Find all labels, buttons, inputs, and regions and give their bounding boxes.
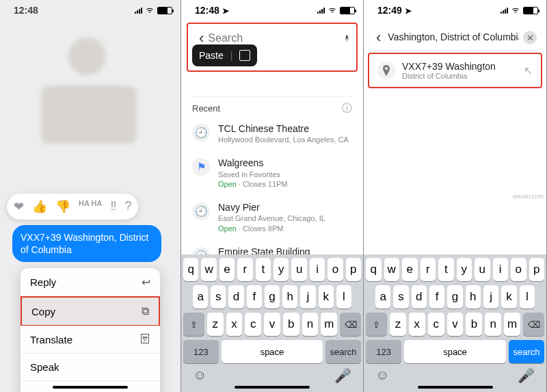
key-m[interactable]: m bbox=[321, 313, 337, 336]
key-i[interactable]: i bbox=[493, 258, 509, 281]
key-z[interactable]: z bbox=[390, 313, 406, 336]
ctx-speak[interactable]: Speak bbox=[21, 354, 160, 381]
key-m[interactable]: m bbox=[504, 313, 520, 336]
key-search[interactable]: search bbox=[509, 340, 544, 363]
key-j[interactable]: j bbox=[483, 285, 498, 309]
key-shift[interactable]: ⇧ bbox=[366, 313, 387, 336]
key-e[interactable]: e bbox=[219, 258, 235, 281]
status-time: 12:48 bbox=[14, 5, 38, 16]
mic-icon[interactable] bbox=[345, 32, 349, 44]
key-a[interactable]: a bbox=[375, 285, 390, 309]
reaction-haha[interactable]: HA HA bbox=[79, 199, 102, 214]
key-p[interactable]: p bbox=[529, 258, 545, 281]
key-v[interactable]: v bbox=[264, 313, 280, 336]
key-f[interactable]: f bbox=[247, 285, 262, 309]
key-a[interactable]: a bbox=[193, 285, 208, 309]
emoji-key[interactable]: ☺ bbox=[193, 367, 206, 384]
recent-item[interactable]: 🕘 Navy PierEast Grand Avenue, Chicago, I… bbox=[181, 195, 363, 239]
translate-icon: 🈂 bbox=[139, 333, 150, 345]
key-n[interactable]: n bbox=[485, 313, 501, 336]
key-j[interactable]: j bbox=[300, 285, 315, 309]
key-i[interactable]: i bbox=[310, 258, 325, 281]
key-r[interactable]: r bbox=[421, 258, 436, 281]
key-v[interactable]: v bbox=[447, 313, 464, 336]
key-t[interactable]: t bbox=[438, 258, 454, 281]
message-bubble[interactable]: VXX7+39 Washington, District of Columbia bbox=[12, 225, 161, 262]
key-w[interactable]: w bbox=[201, 258, 216, 281]
key-h[interactable]: h bbox=[282, 285, 297, 309]
key-x[interactable]: x bbox=[226, 313, 243, 336]
key-t[interactable]: t bbox=[256, 258, 271, 281]
key-c[interactable]: c bbox=[245, 313, 261, 336]
ctx-copy[interactable]: Copy⧉ bbox=[21, 296, 160, 326]
key-123[interactable]: 123 bbox=[183, 340, 219, 363]
reaction-heart[interactable]: ❤ bbox=[14, 199, 24, 214]
home-indicator[interactable] bbox=[235, 386, 310, 389]
key-space[interactable]: space bbox=[404, 340, 506, 363]
key-backspace[interactable]: ⌫ bbox=[523, 313, 544, 336]
key-l[interactable]: l bbox=[520, 285, 535, 309]
key-y[interactable]: y bbox=[274, 258, 289, 281]
reaction-thumbsup[interactable]: 👍 bbox=[32, 199, 47, 214]
clear-button[interactable]: ✕ bbox=[523, 31, 537, 44]
back-button[interactable]: ‹ bbox=[373, 29, 384, 47]
recent-item[interactable]: ⚑ WalgreensSaved in FavoritesOpen · Clos… bbox=[181, 151, 363, 195]
key-d[interactable]: d bbox=[412, 285, 427, 309]
mic-key[interactable]: 🎤 bbox=[518, 367, 535, 384]
key-h[interactable]: h bbox=[466, 285, 481, 309]
key-g[interactable]: g bbox=[447, 285, 462, 309]
reaction-exclaim[interactable]: ‼ bbox=[110, 199, 116, 214]
keyboard-row-emoji: ☺ 🎤 bbox=[183, 366, 361, 384]
key-b[interactable]: b bbox=[283, 313, 299, 336]
key-space[interactable]: space bbox=[222, 340, 323, 363]
key-o[interactable]: o bbox=[328, 258, 343, 281]
key-x[interactable]: x bbox=[409, 313, 425, 336]
key-shift[interactable]: ⇧ bbox=[183, 313, 204, 336]
battery-icon bbox=[523, 7, 538, 14]
key-search[interactable]: search bbox=[325, 340, 361, 363]
search-input[interactable]: Vashington, District of Columbia bbox=[388, 31, 519, 43]
reaction-bar[interactable]: ❤ 👍 👎 HA HA ‼ ? bbox=[7, 194, 138, 220]
key-q[interactable]: q bbox=[366, 258, 382, 281]
key-y[interactable]: y bbox=[457, 258, 472, 281]
home-indicator[interactable] bbox=[418, 386, 493, 389]
key-u[interactable]: u bbox=[291, 258, 306, 281]
mic-key[interactable]: 🎤 bbox=[334, 367, 351, 384]
key-q[interactable]: q bbox=[183, 258, 198, 281]
key-k[interactable]: k bbox=[319, 285, 334, 309]
key-o[interactable]: o bbox=[511, 258, 526, 281]
key-g[interactable]: g bbox=[265, 285, 280, 309]
scan-text-icon[interactable] bbox=[239, 50, 250, 61]
search-input[interactable] bbox=[208, 32, 345, 44]
suggestion-highlight: VXX7+39 WashingtonDistrict of Columbia ↖ bbox=[368, 53, 542, 88]
ctx-translate[interactable]: Translate🈂 bbox=[21, 326, 160, 354]
key-e[interactable]: e bbox=[402, 258, 418, 281]
key-123[interactable]: 123 bbox=[366, 340, 401, 363]
key-n[interactable]: n bbox=[302, 313, 319, 336]
key-k[interactable]: k bbox=[501, 285, 516, 309]
key-s[interactable]: s bbox=[211, 285, 226, 309]
key-u[interactable]: u bbox=[475, 258, 490, 281]
reaction-thumbsdown[interactable]: 👎 bbox=[55, 199, 70, 214]
key-s[interactable]: s bbox=[393, 285, 408, 309]
reaction-question[interactable]: ? bbox=[124, 199, 131, 214]
key-z[interactable]: z bbox=[207, 313, 224, 336]
paste-popup[interactable]: Paste | bbox=[192, 44, 257, 66]
key-c[interactable]: c bbox=[428, 313, 444, 336]
key-b[interactable]: b bbox=[466, 313, 482, 336]
ctx-reply[interactable]: Reply↩ bbox=[21, 268, 160, 297]
key-d[interactable]: d bbox=[228, 285, 243, 309]
key-backspace[interactable]: ⌫ bbox=[340, 313, 361, 336]
suggestion-item[interactable]: VXX7+39 WashingtonDistrict of Columbia ↖ bbox=[371, 55, 539, 86]
emoji-key[interactable]: ☺ bbox=[375, 367, 389, 384]
key-p[interactable]: p bbox=[346, 258, 361, 281]
insert-arrow-icon[interactable]: ↖ bbox=[524, 64, 533, 77]
key-r[interactable]: r bbox=[237, 258, 252, 281]
info-icon[interactable]: ⓘ bbox=[342, 102, 352, 115]
key-f[interactable]: f bbox=[429, 285, 444, 309]
key-w[interactable]: w bbox=[384, 258, 400, 281]
reply-icon: ↩ bbox=[142, 276, 150, 289]
key-l[interactable]: l bbox=[336, 285, 351, 309]
home-indicator[interactable] bbox=[53, 386, 128, 389]
recent-item[interactable]: 🕘 TCL Chinese TheatreHollywood Boulevard… bbox=[181, 116, 363, 151]
